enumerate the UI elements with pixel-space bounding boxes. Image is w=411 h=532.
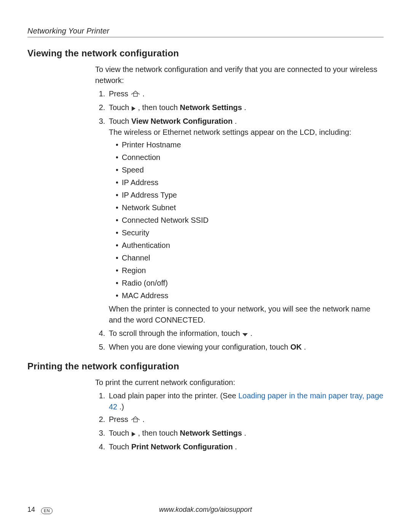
list-item: Printer Hostname <box>116 139 384 150</box>
list-item: Security <box>116 227 384 238</box>
sec1-step3: Touch View Network Configuration . The w… <box>107 116 384 326</box>
page-number: 14 <box>27 506 35 514</box>
sec2-step1: Load plain paper into the printer. (See … <box>107 390 384 412</box>
list-item: IP Address Type <box>116 190 384 201</box>
list-item: Connection <box>116 152 384 163</box>
list-item: Radio (on/off) <box>116 278 384 289</box>
section2-steps: Load plain paper into the printer. (See … <box>95 390 384 452</box>
sec1-step5: When you are done viewing your configura… <box>107 342 384 353</box>
header-rule <box>27 37 384 37</box>
sec2-step3: Touch , then touch Network Settings . <box>107 428 384 440</box>
list-item: IP Address <box>116 177 384 188</box>
svg-rect-0 <box>134 93 137 96</box>
list-item: Network Subnet <box>116 202 384 213</box>
section2-body: To print the current network configurati… <box>95 377 384 452</box>
section-title-viewing: Viewing the network configuration <box>27 48 384 59</box>
list-item: Channel <box>116 252 384 264</box>
sec2-step2: Press . <box>107 414 384 426</box>
footer-url: www.kodak.com/go/aiosupport <box>27 506 384 514</box>
running-head: Networking Your Printer <box>27 27 384 35</box>
play-icon <box>131 103 136 114</box>
section1-body: To view the network configuration and ve… <box>95 64 384 353</box>
section1-intro: To view the network configuration and ve… <box>95 64 384 86</box>
play-icon <box>131 429 136 440</box>
home-icon <box>131 415 140 426</box>
section-title-printing: Printing the network configuration <box>27 361 384 372</box>
sec1-after-bullets: When the printer is connected to your ne… <box>109 304 384 326</box>
list-item: Authentication <box>116 240 384 251</box>
sec2-step4: Touch Print Network Configuration . <box>107 441 384 452</box>
list-item: Connected Network SSID <box>116 215 384 226</box>
page-footer: 14 EN www.kodak.com/go/aiosupport <box>27 506 384 514</box>
svg-rect-1 <box>134 419 137 422</box>
section2-intro: To print the current network configurati… <box>95 377 384 388</box>
list-item: Region <box>116 265 384 276</box>
section1-steps: Press . Touch , then touch Network Setti… <box>95 88 384 353</box>
sec1-step4: To scroll through the information, touch… <box>107 328 384 340</box>
network-settings-list: Printer Hostname Connection Speed IP Add… <box>109 139 384 301</box>
sec1-step1: Press . <box>107 88 384 101</box>
list-item: Speed <box>116 165 384 176</box>
manual-page: Networking Your Printer Viewing the netw… <box>0 0 411 532</box>
list-item: MAC Address <box>116 290 384 301</box>
sec1-step2: Touch , then touch Network Settings . <box>107 102 384 114</box>
sec1-step3-desc: The wireless or Ethernet network setting… <box>109 127 384 138</box>
down-arrow-icon <box>242 329 248 340</box>
language-badge: EN <box>41 508 53 514</box>
home-icon <box>131 89 140 101</box>
